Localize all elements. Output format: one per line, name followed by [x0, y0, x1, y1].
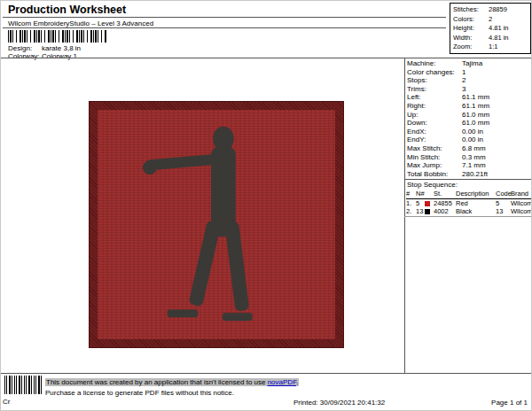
stop-row-description: Black — [456, 207, 496, 215]
summary-row: Stitches:28859 — [453, 5, 528, 15]
machine-info-label: Max Jump: — [407, 161, 462, 170]
machine-info-row: EndX:0.00 in — [407, 128, 531, 136]
machine-info-row: Min Stitch:0.3 mm — [407, 153, 531, 162]
machine-info-label: Right: — [407, 102, 462, 111]
design-barcode — [8, 30, 107, 43]
page-number: Page 1 of 1 — [491, 399, 528, 407]
divider-under-subtitle — [3, 27, 446, 28]
machine-info-label: Trims: — [407, 85, 462, 94]
machine-info-row: Max Jump:7.1 mm — [407, 161, 531, 170]
summary-label: Width: — [453, 34, 489, 43]
machine-info-value: 6.8 mm — [462, 144, 486, 153]
clipped-text-fragment: Cr — [3, 398, 10, 407]
stop-row-description: Red — [456, 199, 496, 207]
machine-info-row: Max Stitch:6.8 mm — [407, 144, 531, 153]
divider-stop-sequence-bottom — [404, 216, 532, 217]
novapdf-link[interactable]: novaPDF — [268, 378, 296, 386]
stop-col-header: # — [406, 190, 416, 198]
footer-barcode — [4, 376, 43, 394]
stop-sequence-row: 1. 5 24855 Red 5 Wilcom — [406, 199, 531, 207]
machine-info-label: Color changes: — [407, 68, 462, 77]
machine-info-label: Machine: — [407, 59, 462, 68]
machine-info-label: Down: — [407, 119, 462, 128]
stop-row-brand: Wilcom — [511, 199, 532, 207]
summary-row: Width:4.81 in — [453, 34, 528, 43]
stop-row-n: 13 — [416, 207, 425, 215]
stop-sequence-header-row: # N# St. Description Code Brand — [406, 190, 531, 199]
summary-label: Colors: — [453, 15, 489, 25]
machine-info-row: Stops:2 — [407, 76, 531, 85]
machine-info-label: Min Stitch: — [407, 153, 462, 162]
stop-row-n: 5 — [416, 199, 425, 207]
colorway-row: Colorway: Colorway 1 — [8, 52, 77, 61]
summary-row: Height:4.81 in — [453, 24, 528, 34]
thread-color-swatch — [425, 201, 430, 206]
stop-col-header: N# — [416, 190, 425, 198]
license-notice-highlight: This document was created by an applicat… — [45, 378, 299, 386]
machine-info-value: 3 — [462, 85, 466, 94]
summary-value: 4.81 in — [489, 34, 509, 43]
summary-label: Height: — [453, 24, 489, 34]
machine-info-row: Down:61.0 mm — [407, 119, 531, 128]
machine-info-value: 0.00 in — [462, 136, 483, 144]
summary-label: Stitches: — [453, 5, 489, 15]
machine-info-value: 7.1 mm — [462, 161, 486, 170]
thread-color-swatch — [425, 209, 430, 214]
machine-info-value: 0.00 in — [462, 128, 483, 136]
stop-row-code: 13 — [496, 207, 511, 215]
embroidery-design-preview — [89, 101, 344, 348]
stop-col-header: St. — [434, 190, 456, 198]
page-title: Production Worksheet — [8, 4, 126, 16]
printed-timestamp: Printed: 30/09/2021 20:41:32 — [293, 399, 385, 407]
machine-info-panel: Machine:Tajima Color changes:1 Stops:2 T… — [407, 59, 531, 178]
stop-col-header: Description — [456, 190, 496, 198]
divider-footer-top — [1, 373, 532, 374]
summary-value: 4.81 in — [489, 24, 509, 34]
stop-row-index: 1. — [406, 199, 416, 207]
design-summary-box: Stitches:28859 Colors:2 Height:4.81 in W… — [450, 3, 531, 54]
summary-value: 2 — [489, 15, 492, 25]
production-worksheet-page: Production Worksheet Wilcom EmbroiderySt… — [0, 0, 532, 411]
stop-row-code: 5 — [496, 199, 511, 207]
machine-info-row: Machine:Tajima — [407, 59, 531, 68]
divider-under-title — [3, 17, 446, 18]
machine-info-value: Tajima — [462, 59, 482, 68]
machine-info-row: Color changes:1 — [407, 68, 531, 77]
summary-value: 1:1 — [489, 43, 497, 52]
machine-info-row: Trims:3 — [407, 85, 531, 94]
stop-row-brand: Wilcom — [511, 207, 532, 215]
stop-row-st: 4002 — [434, 207, 456, 215]
stop-col-header: Code — [496, 190, 511, 198]
machine-info-row: Up:61.0 mm — [407, 111, 531, 120]
machine-info-value: 61.0 mm — [462, 111, 489, 120]
machine-info-row: EndY:0.00 in — [407, 136, 531, 144]
divider-right-panel — [404, 58, 405, 373]
machine-info-value: 61.1 mm — [462, 102, 489, 111]
stop-col-header: Brand — [511, 190, 531, 198]
machine-info-value: 2 — [462, 76, 466, 85]
machine-info-value: 0.3 mm — [462, 153, 486, 162]
summary-row: Zoom:1:1 — [453, 43, 528, 52]
embroidery-fill-area — [98, 110, 335, 339]
license-notice-line1: This document was created by an applicat… — [45, 378, 299, 387]
stop-row-st: 24855 — [434, 199, 456, 207]
machine-info-value: 280.21ft — [462, 170, 488, 179]
machine-info-row: Left:61.1 mm — [407, 93, 531, 102]
summary-row: Colors:2 — [453, 15, 528, 25]
summary-value: 28859 — [489, 5, 507, 15]
machine-info-value: 61.1 mm — [462, 93, 489, 102]
machine-info-label: Stops: — [407, 76, 462, 85]
divider-header-bottom — [1, 58, 532, 58]
license-notice-text: This document was created by an applicat… — [46, 378, 268, 386]
machine-info-label: Left: — [407, 93, 462, 102]
machine-info-label: Up: — [407, 111, 462, 120]
machine-info-label: EndX: — [407, 128, 462, 136]
machine-info-label: Total Bobbin: — [407, 170, 462, 179]
license-notice-line2: Purchase a license to generate PDF files… — [45, 389, 234, 398]
stop-sequence-row: 2. 13 4002 Black 13 Wilcom — [406, 207, 531, 215]
colorway-value: Colorway 1 — [42, 52, 77, 61]
machine-info-label: Max Stitch: — [407, 144, 462, 153]
machine-info-row: Right:61.1 mm — [407, 102, 531, 111]
machine-info-value: 1 — [462, 68, 466, 77]
machine-info-label: EndY: — [407, 136, 462, 144]
